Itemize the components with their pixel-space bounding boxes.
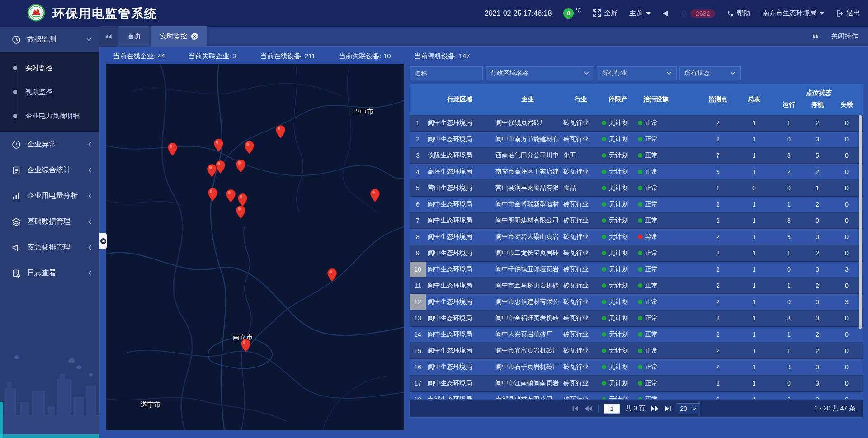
cell-company: 阆中市南方节能建材有 (494, 132, 561, 147)
row-number: 13 (410, 311, 426, 326)
table-row[interactable]: 16阆中生态环境局阆中市石子页岩机砖厂砖瓦行业无计划正常21300 (410, 359, 863, 376)
brand: 环保用电监管系统 (27, 4, 157, 24)
cell-lost: 0 (831, 327, 863, 342)
cell-lost: 0 (831, 376, 863, 391)
cell-company: 阆中市金博瑞新型墙材 (494, 197, 561, 212)
sidebar-item-company-abnormal[interactable]: 企业异常 (0, 132, 99, 157)
city-skyline-decoration (0, 348, 99, 438)
industry-filter-select[interactable]: 所有行业 (597, 66, 677, 80)
page-size-select[interactable]: 20 (676, 403, 700, 414)
map-pin-icon[interactable] (370, 188, 380, 203)
table-row[interactable]: 10阆中生态环境局阆中千佛镇五郎垭页岩砖瓦行业无计划正常21003 (410, 262, 863, 278)
map-pin-icon[interactable] (167, 142, 178, 156)
tab-realtime-monitor[interactable]: 实时监控 ✕ (151, 26, 207, 47)
cell-industry: 砖瓦行业 (561, 343, 600, 358)
chevron-left-icon (88, 142, 91, 147)
cell-facility-status: 异常 (636, 229, 676, 245)
first-page-button[interactable] (572, 406, 580, 411)
table-row[interactable]: 8阆中生态环境局阆中市枣碧大梁山页岩砖瓦行业无计划异常21300 (410, 229, 863, 245)
cell-region: 仪陇生态环境局 (426, 148, 494, 163)
cell-meter: 1 (734, 278, 774, 293)
help-button[interactable]: 帮助 (727, 9, 750, 18)
cell-stop-status: 无计划 (600, 262, 636, 277)
cell-meter: 1 (734, 376, 774, 391)
sidebar-subitem-video-monitor[interactable]: 视频监控 (0, 80, 99, 104)
table-row[interactable]: 13阆中生态环境局阆中市金福旺页岩机砖砖瓦行业无计划正常21300 (410, 311, 863, 327)
tab-scroll-left-button[interactable] (99, 26, 118, 47)
table-row[interactable]: 18南部生态环境局南部县建材有限公司砖瓦行业无计划正常21030 (410, 392, 863, 399)
cell-points: 2 (702, 245, 734, 261)
cell-facility-status: 正常 (636, 294, 676, 310)
sidebar-subitem-realtime-monitor[interactable]: 实时监控 (0, 56, 99, 80)
total-pages-label: 共 3 页 (626, 405, 646, 413)
cell-meter: 1 (734, 262, 774, 277)
region-filter-select[interactable]: 行政区域名称 (486, 66, 594, 80)
map-pin-icon[interactable] (244, 141, 255, 155)
table-row[interactable]: 3仪陇生态环境局西南油气田分公司川中化工无计划正常71350 (410, 148, 863, 164)
status-filter-select[interactable]: 所有状态 (679, 66, 741, 80)
sidebar-subitem-power-load-detail[interactable]: 企业电力负荷明细 (0, 104, 99, 128)
map-pin-icon[interactable] (241, 339, 251, 353)
org-dropdown[interactable]: 南充市生态环境局 (762, 9, 824, 18)
table-row[interactable]: 15阆中生态环境局阆中市光富页岩机砖厂砖瓦行业无计划正常21120 (410, 343, 863, 359)
sidebar-item-data-monitoring[interactable]: 数据监测 (0, 27, 99, 52)
cell-company: 阆中市忠信建材有限公 (494, 294, 561, 310)
col-running: 运行 (774, 98, 804, 115)
alerts[interactable]: 2632 (680, 9, 715, 18)
logout-button[interactable]: 退出 (836, 9, 860, 18)
prev-page-button[interactable] (585, 406, 593, 411)
table-row[interactable]: 11阆中生态环境局阆中市五马桥页岩机砖砖瓦行业无计划正常21120 (410, 278, 863, 294)
table-row[interactable]: 2阆中生态环境局阆中市南方节能建材有砖瓦行业无计划正常21030 (410, 132, 863, 148)
cell-running: 3 (774, 359, 804, 375)
alert-count-badge: 2632 (690, 9, 715, 18)
chevron-left-icon (88, 271, 91, 276)
sidebar-item-log-view[interactable]: 日志查看 (0, 260, 99, 286)
sidebar-item-power-analysis[interactable]: 企业用电量分析 (0, 183, 99, 209)
last-page-button[interactable] (664, 406, 671, 411)
temperature-badge: 0 (563, 8, 574, 19)
fullscreen-button[interactable]: 全屏 (593, 9, 618, 18)
cell-facility-status: 正常 (636, 115, 676, 131)
stat-offline-companies: 当前失联企业:3 (189, 52, 237, 61)
sidebar-collapse-handle[interactable]: ◀ (99, 233, 107, 249)
close-operations-button[interactable]: 关闭操作 (831, 32, 858, 41)
cell-meter: 1 (734, 115, 774, 131)
close-icon[interactable]: ✕ (191, 33, 198, 40)
next-page-button[interactable] (651, 406, 658, 411)
map[interactable]: 巴中市南充市遂宁市 (106, 64, 404, 430)
table-row[interactable]: 5营山生态环境局营山县润丰肉食品有限食品无计划正常10010 (410, 180, 863, 197)
theme-dropdown[interactable]: 主题 (629, 9, 651, 18)
table-row[interactable]: 9阆中生态环境局阆中市二龙长宝页岩砖砖瓦行业无计划正常21120 (410, 245, 863, 262)
map-pin-icon[interactable] (236, 159, 246, 173)
page-number-input[interactable] (604, 404, 620, 414)
table-row[interactable]: 6阆中生态环境局阆中市金博瑞新型墙材砖瓦行业无计划正常21120 (410, 197, 863, 213)
name-filter-input[interactable] (415, 70, 478, 77)
sidebar-item-base-data[interactable]: 基础数据管理 (0, 209, 99, 235)
cell-region: 阆中生态环境局 (426, 311, 494, 326)
map-pin-icon[interactable] (236, 205, 246, 219)
table-row[interactable]: 14阆中生态环境局阆中大兴页岩机砖厂砖瓦行业无计划正常21120 (410, 327, 863, 343)
sidebar-item-company-statistics[interactable]: 企业综合统计 (0, 157, 99, 183)
map-pin-icon[interactable] (208, 188, 218, 202)
map-pin-icon[interactable] (327, 268, 337, 282)
table-scrollbar[interactable] (859, 115, 862, 329)
map-pin-icon[interactable] (275, 125, 286, 139)
cell-meter: 1 (734, 164, 774, 179)
tab-home[interactable]: 首页 (118, 26, 150, 47)
table-row[interactable]: 17阆中生态环境局阆中市江南镇阆南页岩砖瓦行业无计划正常21030 (410, 376, 863, 392)
sidebar-item-emergency-reduction[interactable]: 应急减排管理 (0, 235, 99, 260)
row-number: 4 (410, 164, 426, 179)
mute-icon[interactable] (662, 10, 669, 17)
chevron-down-icon (666, 71, 672, 75)
table-row[interactable]: 12阆中生态环境局阆中市忠信建材有限公砖瓦行业无计划正常21003 (410, 294, 863, 311)
table-row[interactable]: 7阆中生态环境局阆中明阳建材有限公司砖瓦行业无计划正常21300 (410, 213, 863, 229)
map-pin-icon[interactable] (215, 160, 226, 174)
map-pin-icon[interactable] (226, 189, 236, 203)
cell-company: 阆中市光富页岩机砖厂 (494, 343, 561, 358)
double-chevron-right-icon[interactable] (813, 34, 819, 39)
col-spacer (676, 84, 702, 115)
map-pin-icon[interactable] (213, 138, 224, 152)
cell-halted: 2 (804, 343, 831, 358)
table-row[interactable]: 1阆中生态环境局阆中强锐页岩砖厂砖瓦行业无计划正常21120 (410, 115, 863, 132)
table-row[interactable]: 4高坪生态环境局南充市高坪区王家店建砖瓦行业无计划正常31220 (410, 164, 863, 180)
